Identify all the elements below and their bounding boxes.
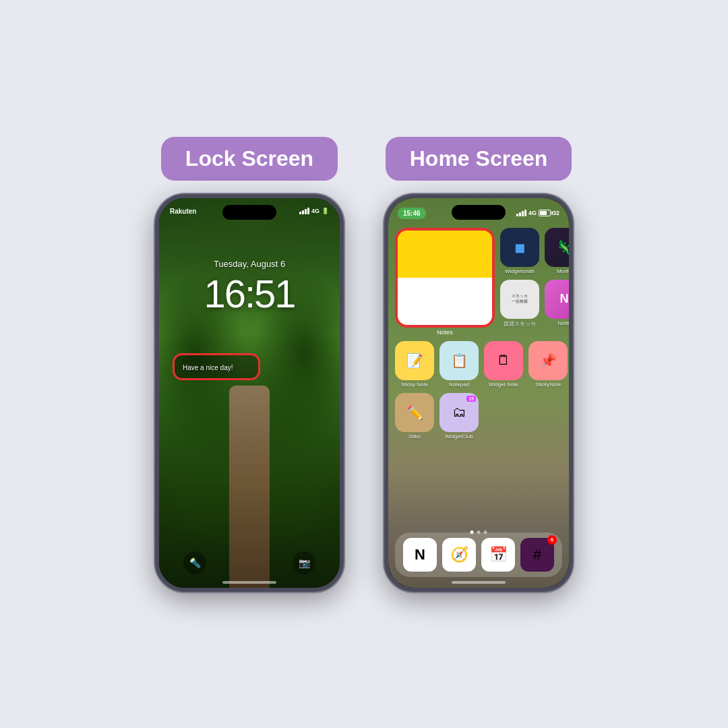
app-cell-stickynote2[interactable]: 📌 StickyNote bbox=[528, 341, 568, 388]
home-network: 4G bbox=[528, 210, 537, 216]
lock-network: 4G bbox=[311, 208, 320, 214]
app-row-2: 📝 Sticky Note 📋 Notepad 🗒 bbox=[395, 341, 562, 388]
lock-camera-button[interactable]: 📷 bbox=[293, 551, 315, 574]
notion-icon: N bbox=[415, 546, 425, 564]
home-status-right: 4G 32 bbox=[516, 210, 559, 216]
lock-torch-button[interactable]: 🔦 bbox=[183, 551, 206, 574]
morfic-icon: 🦎 bbox=[545, 228, 569, 267]
notepad-icon: 📋 bbox=[439, 341, 479, 380]
home-screen-bg: 15:46 4G 32 bbox=[388, 198, 569, 588]
stibo-icon: ✏️ bbox=[395, 393, 434, 432]
widgetclub-label: WidgetClub bbox=[445, 433, 473, 439]
notes-widget-icon[interactable] bbox=[395, 228, 495, 328]
lock-carrier: Rakuten bbox=[170, 208, 196, 215]
home-battery-icon bbox=[539, 210, 551, 216]
dock-calendar[interactable]: 📅 bbox=[481, 538, 515, 572]
dynamic-island-lock bbox=[222, 205, 276, 220]
home-battery-pct: 32 bbox=[553, 210, 559, 216]
notes-widget-label: Notes bbox=[437, 329, 453, 336]
app-cell-notepad[interactable]: 📋 Notepad bbox=[439, 341, 479, 388]
stickynote2-icon: 📌 bbox=[528, 341, 568, 380]
notta-label: Notta bbox=[557, 320, 569, 326]
battery-fill bbox=[540, 211, 547, 215]
widgetsmith-label: Widgetsmith bbox=[505, 268, 535, 274]
notes-widget-top bbox=[398, 231, 492, 278]
small-apps-row-2: スモッカ一括検索 賃貸スモッカ N Notta bbox=[500, 280, 569, 328]
widgetclub-icon: 15 🗂 bbox=[439, 393, 479, 432]
sumo-text: スモッカ一括検索 bbox=[510, 293, 529, 305]
notes-widget-bottom bbox=[398, 278, 492, 325]
app-cell-sumo[interactable]: スモッカ一括検索 賃貸スモッカ bbox=[500, 280, 539, 328]
home-dock: N 🧭 📅 # 6 bbox=[395, 533, 562, 577]
lock-time: 16:51 bbox=[159, 271, 340, 316]
small-apps-row-1: ◼ Widgetsmith 🦎 Morfic bbox=[500, 228, 569, 274]
widgetnote-icon: 🗒 bbox=[484, 341, 523, 380]
camera-icon: 📷 bbox=[299, 557, 310, 568]
lock-screen-section: Lock Screen Rakuten 4G 🔋 Tue bbox=[155, 137, 344, 592]
lock-status-right: 4G 🔋 bbox=[299, 208, 329, 214]
slack-icon: # bbox=[533, 546, 541, 564]
stickynote2-label: StickyNote bbox=[535, 382, 561, 388]
lock-widget-text: Have a nice day! bbox=[183, 364, 233, 371]
stibo-symbol: ✏️ bbox=[406, 404, 423, 421]
lock-bottom-controls: 🔦 📷 bbox=[159, 551, 340, 574]
lock-screen-label: Lock Screen bbox=[161, 137, 338, 181]
notta-symbol: N bbox=[560, 292, 569, 306]
morfic-label: Morfic bbox=[557, 268, 569, 274]
sticky-icon: 📝 bbox=[395, 341, 434, 380]
small-apps-col-1: ◼ Widgetsmith 🦎 Morfic bbox=[500, 228, 569, 328]
notes-widget-cell[interactable]: Notes bbox=[395, 228, 495, 336]
sticky-symbol: 📝 bbox=[406, 353, 423, 369]
lock-date: Tuesday, August 6 bbox=[159, 259, 340, 269]
notepad-symbol: 📋 bbox=[451, 353, 468, 369]
home-screen-section: Home Screen 15:46 4G 32 bbox=[384, 137, 573, 592]
widgetnote-symbol: 🗒 bbox=[497, 353, 510, 368]
home-apps-grid: Notes ◼ Widgetsmith bbox=[395, 228, 562, 445]
stickynote2-symbol: 📌 bbox=[540, 353, 557, 369]
app-cell-notta[interactable]: N Notta bbox=[545, 280, 569, 328]
app-cell-widgetnote[interactable]: 🗒 Widget Note bbox=[484, 341, 523, 388]
lock-signal-bars bbox=[299, 208, 309, 214]
lock-screen-bg: Rakuten 4G 🔋 Tuesday, August 6 16:51 Hav… bbox=[159, 198, 340, 588]
calendar-icon: 📅 bbox=[489, 546, 508, 564]
widgetnote-label: Widget Note bbox=[489, 382, 518, 388]
app-cell-widgetclub[interactable]: 15 🗂 WidgetClub bbox=[439, 393, 479, 439]
app-cell-widgetsmith[interactable]: ◼ Widgetsmith bbox=[500, 228, 539, 274]
stibo-label: Stibo bbox=[408, 433, 421, 439]
home-time: 15:46 bbox=[398, 208, 426, 219]
safari-icon: 🧭 bbox=[450, 546, 468, 564]
widgetclub-badge: 15 bbox=[466, 396, 476, 402]
lock-home-bar bbox=[222, 581, 276, 584]
lock-screen-phone: Rakuten 4G 🔋 Tuesday, August 6 16:51 Hav… bbox=[155, 194, 344, 592]
dock-safari[interactable]: 🧭 bbox=[442, 538, 476, 572]
app-row-1: Notes ◼ Widgetsmith bbox=[395, 228, 562, 336]
notta-icon: N bbox=[545, 280, 569, 319]
home-status-bar: 15:46 4G 32 bbox=[398, 208, 559, 219]
dock-slack[interactable]: # 6 bbox=[520, 538, 554, 572]
app-cell-morfic[interactable]: 🦎 Morfic bbox=[545, 228, 569, 274]
morfic-symbol: 🦎 bbox=[556, 239, 570, 255]
app-row-3: ✏️ Stibo 15 🗂 WidgetClub bbox=[395, 393, 562, 439]
widgetsmith-symbol: ◼ bbox=[514, 239, 526, 255]
widgetclub-symbol: 🗂 bbox=[452, 404, 466, 420]
home-bar bbox=[452, 581, 506, 584]
lock-widget: Have a nice day! bbox=[173, 353, 260, 380]
app-cell-stibo[interactable]: ✏️ Stibo bbox=[395, 393, 434, 439]
slack-badge: 6 bbox=[547, 535, 557, 545]
app-cell-sticky[interactable]: 📝 Sticky Note bbox=[395, 341, 434, 388]
lock-battery-icon: 🔋 bbox=[322, 208, 329, 214]
torch-icon: 🔦 bbox=[189, 557, 201, 568]
home-signal-bars bbox=[516, 210, 526, 216]
dock-notion[interactable]: N bbox=[403, 538, 437, 572]
home-screen-phone: 15:46 4G 32 bbox=[384, 194, 573, 592]
sticky-label: Sticky Note bbox=[401, 382, 428, 388]
home-screen-label: Home Screen bbox=[386, 137, 572, 181]
notepad-label: Notepad bbox=[449, 382, 469, 388]
widgetsmith-icon: ◼ bbox=[500, 228, 539, 267]
sumo-label: 賃貸スモッカ bbox=[504, 320, 536, 328]
sumo-icon: スモッカ一括検索 bbox=[500, 280, 539, 319]
